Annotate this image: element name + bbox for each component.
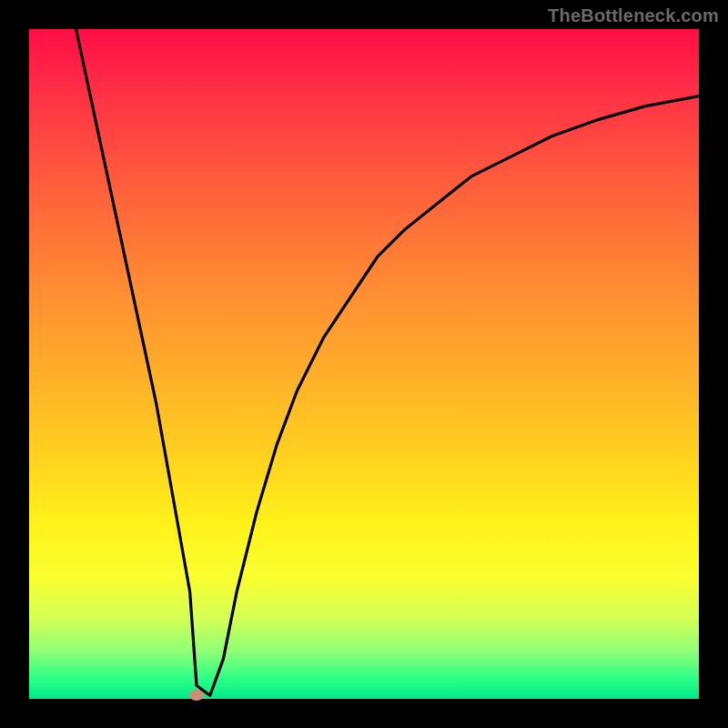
chart-frame: TheBottleneck.com <box>0 0 728 728</box>
bottleneck-curve <box>29 29 699 699</box>
optimum-marker <box>189 690 204 701</box>
attribution-text: TheBottleneck.com <box>548 5 719 26</box>
plot-area <box>29 29 699 699</box>
